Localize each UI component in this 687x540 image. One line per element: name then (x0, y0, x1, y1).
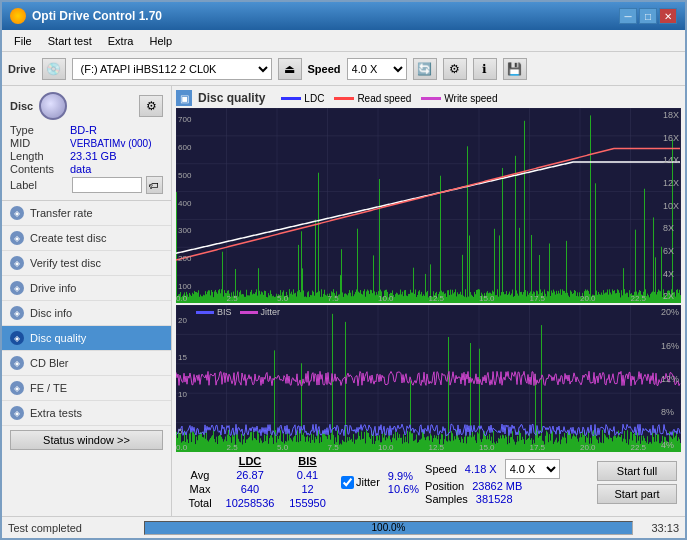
progress-text: 100.0% (145, 522, 632, 534)
sidebar: Disc ⚙ Type BD-R MID VERBATIMv (000) Len… (2, 86, 172, 516)
close-button[interactable]: ✕ (659, 8, 677, 24)
speed-select-stats[interactable]: 4.0 X (505, 459, 560, 479)
ldc-color (281, 97, 301, 100)
length-value: 23.31 GB (70, 150, 116, 162)
speed-select[interactable]: 4.0 X (347, 58, 407, 80)
action-buttons: Start full Start part (597, 461, 677, 504)
lower-chart-wrapper: BIS Jitter 20%16%12%8%4% (176, 305, 681, 452)
legend-write-speed: Write speed (421, 93, 497, 104)
sidebar-item-disc-info[interactable]: ◈ Disc info (2, 301, 171, 326)
disc-section-label: Disc (10, 100, 33, 112)
menu-extra[interactable]: Extra (100, 33, 142, 49)
status-text: Test completed (8, 522, 138, 534)
write-speed-color (421, 97, 441, 100)
sidebar-item-disc-quality[interactable]: ◈ Disc quality (2, 326, 171, 351)
drive-info-icon: ◈ (10, 281, 24, 295)
toolbar: Drive 💿 (F:) ATAPI iHBS112 2 CL0K ⏏ Spee… (2, 52, 685, 86)
max-bis: 12 (280, 482, 335, 496)
menu-bar: File Start test Extra Help (2, 30, 685, 52)
jitter-max: 10.6% (386, 483, 419, 495)
bis-legend-item: BIS (196, 307, 232, 317)
disc-label-input[interactable] (72, 177, 142, 193)
jitter-legend-item: Jitter (240, 307, 281, 317)
drive-info-label: Drive info (30, 282, 76, 294)
main-content: Disc ⚙ Type BD-R MID VERBATIMv (000) Len… (2, 86, 685, 516)
contents-label: Contents (10, 163, 70, 175)
type-label: Type (10, 124, 70, 136)
bis-color (196, 311, 214, 314)
samples-value: 381528 (476, 493, 513, 505)
menu-file[interactable]: File (6, 33, 40, 49)
bis-legend: BIS Jitter (196, 307, 280, 317)
stats-header-ldc: LDC (220, 454, 280, 468)
jitter-label: Jitter (356, 476, 380, 488)
total-label: Total (180, 496, 220, 510)
chart-area: ▣ Disc quality LDC Read speed Write spee… (172, 86, 685, 516)
menu-start-test[interactable]: Start test (40, 33, 100, 49)
refresh-icon[interactable]: 🔄 (413, 58, 437, 80)
app-icon (10, 8, 26, 24)
start-part-button[interactable]: Start part (597, 484, 677, 504)
start-full-button[interactable]: Start full (597, 461, 677, 481)
sidebar-item-transfer-rate[interactable]: ◈ Transfer rate (2, 201, 171, 226)
position-value: 23862 MB (472, 480, 522, 492)
fe-te-label: FE / TE (30, 382, 67, 394)
label-icon[interactable]: 🏷 (146, 176, 163, 194)
disc-image (39, 92, 67, 120)
info-icon[interactable]: ℹ (473, 58, 497, 80)
avg-label: Avg (180, 468, 220, 482)
max-ldc: 640 (220, 482, 280, 496)
samples-label: Samples (425, 493, 468, 505)
main-window: Opti Drive Control 1.70 ─ □ ✕ File Start… (0, 0, 687, 540)
settings-icon[interactable]: ⚙ (443, 58, 467, 80)
charts-container: 18X16X14X12X10X8X6X4X2X BIS Jitter (176, 108, 681, 452)
ldc-label: LDC (304, 93, 324, 104)
create-disc-label: Create test disc (30, 232, 106, 244)
bottom-status-bar: Test completed 100.0% 33:13 (2, 516, 685, 538)
time-text: 33:13 (639, 522, 679, 534)
cd-bler-label: CD Bler (30, 357, 69, 369)
sidebar-item-create-test-disc[interactable]: ◈ Create test disc (2, 226, 171, 251)
disc-info-label: Disc info (30, 307, 72, 319)
drive-icon-btn[interactable]: 💿 (42, 58, 66, 80)
disc-info-panel: Disc ⚙ Type BD-R MID VERBATIMv (000) Len… (2, 86, 171, 201)
minimize-button[interactable]: ─ (619, 8, 637, 24)
sidebar-item-drive-info[interactable]: ◈ Drive info (2, 276, 171, 301)
speed-info: Speed 4.18 X 4.0 X Position 23862 MB Sam… (425, 459, 560, 505)
position-label: Position (425, 480, 464, 492)
max-label: Max (180, 482, 220, 496)
eject-icon[interactable]: ⏏ (278, 58, 302, 80)
drive-select[interactable]: (F:) ATAPI iHBS112 2 CL0K (72, 58, 272, 80)
stats-header-bis: BIS (280, 454, 335, 468)
create-disc-icon: ◈ (10, 231, 24, 245)
speed-info-value: 4.18 X (465, 463, 497, 475)
total-ldc: 10258536 (220, 496, 280, 510)
cd-bler-icon: ◈ (10, 356, 24, 370)
avg-ldc: 26.87 (220, 468, 280, 482)
chart-header: ▣ Disc quality LDC Read speed Write spee… (176, 90, 681, 106)
total-bis: 155950 (280, 496, 335, 510)
speed-label: Speed (308, 63, 341, 75)
save-icon[interactable]: 💾 (503, 58, 527, 80)
disc-settings-icon[interactable]: ⚙ (139, 95, 163, 117)
status-window-button[interactable]: Status window >> (10, 430, 163, 450)
disc-info-icon: ◈ (10, 306, 24, 320)
jitter-checkbox[interactable] (341, 476, 354, 489)
bis-label: BIS (217, 307, 232, 317)
contents-value: data (70, 163, 91, 175)
sidebar-item-extra-tests[interactable]: ◈ Extra tests (2, 401, 171, 426)
drive-label: Drive (8, 63, 36, 75)
sidebar-item-verify-test-disc[interactable]: ◈ Verify test disc (2, 251, 171, 276)
sidebar-item-fe-te[interactable]: ◈ FE / TE (2, 376, 171, 401)
nav-items: ◈ Transfer rate ◈ Create test disc ◈ Ver… (2, 201, 171, 426)
menu-help[interactable]: Help (141, 33, 180, 49)
disc-label-label: Label (10, 179, 68, 191)
fe-te-icon: ◈ (10, 381, 24, 395)
transfer-rate-label: Transfer rate (30, 207, 93, 219)
title-bar-left: Opti Drive Control 1.70 (10, 8, 162, 24)
sidebar-item-cd-bler[interactable]: ◈ CD Bler (2, 351, 171, 376)
maximize-button[interactable]: □ (639, 8, 657, 24)
mid-label: MID (10, 137, 70, 149)
type-value: BD-R (70, 124, 97, 136)
chart-title: Disc quality (198, 91, 265, 105)
